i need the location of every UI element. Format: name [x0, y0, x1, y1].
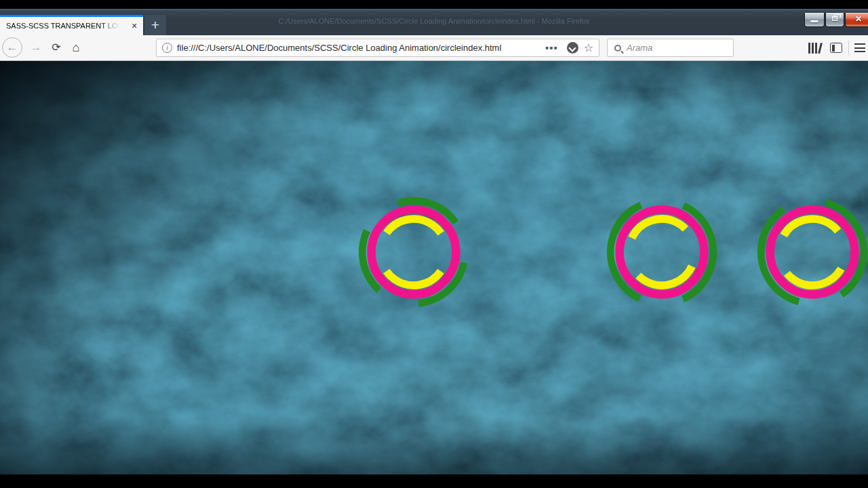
forward-button[interactable]: →: [27, 35, 45, 61]
close-button[interactable]: ✕: [845, 13, 868, 27]
reload-button[interactable]: ⟳: [47, 35, 65, 61]
back-icon: ←: [2, 37, 22, 58]
circle-loader-3: [747, 187, 868, 317]
home-button[interactable]: ⌂: [67, 35, 85, 61]
back-button[interactable]: ←: [1, 35, 24, 61]
browser-tab[interactable]: SASS-SCSS TRANSPARENT LOGIN D ✕: [0, 15, 143, 37]
tab-close-icon[interactable]: ✕: [129, 20, 140, 31]
close-icon: ✕: [846, 14, 868, 24]
page-actions-icon[interactable]: •••: [545, 42, 558, 54]
url-input[interactable]: [177, 43, 540, 53]
letterbox-top: [0, 0, 868, 9]
window-controls: ✕: [804, 13, 868, 27]
bookmark-star-icon[interactable]: ☆: [584, 41, 593, 54]
search-bar[interactable]: [607, 39, 734, 57]
minimize-button[interactable]: [804, 13, 825, 27]
window-titlebar: C:/Users/ALONE/Documents/SCSS/Circle Loa…: [0, 9, 868, 35]
navigation-toolbar: ← → ⟳ ⌂ i ••• ☆: [0, 35, 868, 61]
tab-title: SASS-SCSS TRANSPARENT LOGIN D: [6, 17, 121, 35]
search-input[interactable]: [627, 43, 733, 53]
address-bar[interactable]: i ••• ☆: [156, 39, 599, 57]
library-icon[interactable]: [808, 43, 823, 54]
page-content: [0, 61, 868, 474]
circle-loader-1: [349, 187, 479, 317]
restore-icon: [832, 16, 837, 21]
letterbox-bottom: [0, 474, 868, 488]
sidebar-toggle-icon[interactable]: [830, 43, 842, 53]
circle-loader-2: [597, 187, 727, 317]
hamburger-menu-icon[interactable]: [854, 43, 865, 53]
toolbar-separator: [848, 41, 849, 56]
pocket-icon[interactable]: [567, 42, 578, 54]
window-title-text: C:/Users/ALONE/Documents/SCSS/Circle Loa…: [251, 17, 617, 25]
page-info-icon[interactable]: i: [162, 43, 172, 53]
search-icon: [614, 45, 621, 52]
restore-button[interactable]: [825, 13, 844, 27]
minimize-icon: [811, 20, 818, 22]
new-tab-button[interactable]: +: [144, 15, 166, 37]
